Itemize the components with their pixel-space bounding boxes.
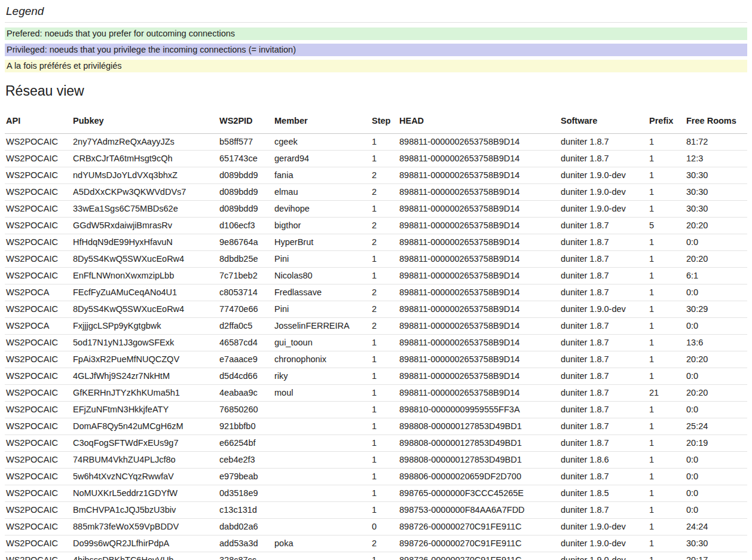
cell-prefix: 1: [648, 418, 685, 435]
cell-prefix: 1: [648, 452, 685, 469]
cell-free-rooms: 30:30: [685, 167, 747, 184]
cell-member: [273, 452, 371, 469]
cell-ws2pid: e66254bf: [218, 435, 273, 452]
cell-api: WS2POCAIC: [5, 402, 72, 418]
table-row: WS2POCAICC3oqFogSFTWdFxEUs9g7e66254bf189…: [5, 435, 747, 452]
cell-head: 898811-0000002653758B9D14: [398, 234, 560, 251]
cell-member: HyperBrut: [273, 234, 371, 251]
table-row: WS2POCAIC74RBUM4VkhZU4PLJcf8oceb4e2f3189…: [5, 452, 747, 469]
cell-step: 2: [371, 184, 398, 201]
cell-software: duniter 1.9.0-dev: [560, 201, 648, 218]
cell-ws2pid: 7c71beb2: [218, 268, 273, 284]
cell-ws2pid: b58ff577: [218, 134, 273, 151]
cell-prefix: 1: [648, 251, 685, 268]
cell-free-rooms: 25:24: [685, 418, 747, 435]
cell-software: duniter 1.8.7: [560, 368, 648, 385]
cell-free-rooms: 0:0: [685, 234, 747, 251]
cell-member: Fredlassave: [273, 284, 371, 301]
cell-head: 898806-00000020659DF2D700: [398, 469, 560, 485]
cell-ws2pid: c8053714: [218, 284, 273, 301]
cell-step: 2: [371, 301, 398, 318]
cell-free-rooms: 30:29: [685, 301, 747, 318]
table-row: WS2POCAICNoMUXKrL5eddrz1GDYfW0d3518e9189…: [5, 485, 747, 502]
cell-api: WS2POCAIC: [5, 485, 72, 502]
cell-ws2pid: d089bdd9: [218, 167, 273, 184]
cell-ws2pid: 9e86764a: [218, 234, 273, 251]
cell-ws2pid: ceb4e2f3: [218, 452, 273, 469]
cell-free-rooms: 0:0: [685, 284, 747, 301]
cell-member: poka: [273, 535, 371, 552]
cell-free-rooms: 20:20: [685, 385, 747, 402]
cell-head: 898726-000000270C91FE911C: [398, 519, 560, 535]
table-row: WS2POCAICHfHdqN9dE99HyxHfavuN9e86764aHyp…: [5, 234, 747, 251]
table-row: WS2POCAICA5DdXxCKPw3QKWVdDVs7d089bdd9elm…: [5, 184, 747, 201]
cell-head: 898811-0000002653758B9D14: [398, 385, 560, 402]
cell-free-rooms: 0:0: [685, 318, 747, 335]
cell-ws2pid: e7aaace9: [218, 351, 273, 368]
table-row: WS2POCAICBmCHVPA1cJQJ5bzU3bivc13c131d189…: [5, 502, 747, 519]
cell-api: WS2POCAIC: [5, 418, 72, 435]
cell-step: 1: [371, 402, 398, 418]
cell-free-rooms: 0:0: [685, 502, 747, 519]
cell-software: duniter 1.8.6: [560, 452, 648, 469]
cell-step: 1: [371, 469, 398, 485]
cell-head: 898811-0000002653758B9D14: [398, 301, 560, 318]
cell-head: 898726-000000270C91FE911C: [398, 535, 560, 552]
legend-item-prefered: Prefered: noeuds that you prefer for out…: [5, 27, 747, 40]
table-row: WS2POCAICEFjZuNFtmN3HkkjfeATY76850260189…: [5, 402, 747, 418]
cell-pubkey: 2ny7YAdmzReQxAayyJZs: [72, 134, 218, 151]
cell-step: 1: [371, 134, 398, 151]
cell-pubkey: HfHdqN9dE99HyxHfavuN: [72, 234, 218, 251]
cell-ws2pid: 76850260: [218, 402, 273, 418]
cell-software: duniter 1.9.0-dev: [560, 301, 648, 318]
cell-prefix: 1: [648, 301, 685, 318]
cell-api: WS2POCAIC: [5, 552, 72, 560]
cell-head: 898811-0000002653758B9D14: [398, 284, 560, 301]
column-header-software: Software: [560, 111, 648, 134]
cell-pubkey: GGdW5RxdaiwjiBmrasRv: [72, 218, 218, 234]
cell-step: 1: [371, 351, 398, 368]
cell-free-rooms: 20:19: [685, 435, 747, 452]
cell-software: duniter 1.8.7: [560, 335, 648, 351]
cell-pubkey: 5w6h4tXvzNCYqzRwwfaV: [72, 469, 218, 485]
cell-api: WS2POCAIC: [5, 435, 72, 452]
column-header-pubkey: Pubkey: [72, 111, 218, 134]
cell-pubkey: FEcfFyZuAMuCeqANo4U1: [72, 284, 218, 301]
cell-prefix: 21: [648, 385, 685, 402]
column-header-free-rooms: Free Rooms: [685, 111, 747, 134]
table-row: WS2POCAICDomAF8Qy5n42uMCgH6zM921bbfb0189…: [5, 418, 747, 435]
legend-title: Legend: [5, 5, 747, 23]
table-row: WS2POCAIC2ny7YAdmzReQxAayyJZsb58ff577cge…: [5, 134, 747, 151]
cell-prefix: 1: [648, 134, 685, 151]
cell-step: 0: [371, 519, 398, 535]
cell-pubkey: 885mk73feWoX59VpBDDV: [72, 519, 218, 535]
table-row: WS2POCAICDo99s6wQR2JLfhirPdpAadd53a3dpok…: [5, 535, 747, 552]
cell-ws2pid: d089bdd9: [218, 184, 273, 201]
cell-api: WS2POCAIC: [5, 385, 72, 402]
cell-step: 1: [371, 201, 398, 218]
cell-prefix: 1: [648, 268, 685, 284]
cell-ws2pid: add53a3d: [218, 535, 273, 552]
cell-software: duniter 1.8.7: [560, 251, 648, 268]
cell-software: duniter 1.8.5: [560, 485, 648, 502]
cell-ws2pid: 328c87cc: [218, 552, 273, 560]
table-row: WS2POCAIC5od17N1yN1J3gowSFExk46587cd4gui…: [5, 335, 747, 351]
cell-api: WS2POCAIC: [5, 452, 72, 469]
cell-api: WS2POCAIC: [5, 218, 72, 234]
cell-step: 1: [371, 552, 398, 560]
cell-member: riky: [273, 368, 371, 385]
cell-member: [273, 519, 371, 535]
table-row: WS2POCAICFpAi3xR2PueMfNUQCZQVe7aaace9chr…: [5, 351, 747, 368]
cell-prefix: 1: [648, 502, 685, 519]
cell-prefix: 1: [648, 335, 685, 351]
cell-head: 898811-0000002653758B9D14: [398, 184, 560, 201]
cell-free-rooms: 0:0: [685, 469, 747, 485]
cell-step: 1: [371, 268, 398, 284]
cell-pubkey: NoMUXKrL5eddrz1GDYfW: [72, 485, 218, 502]
cell-free-rooms: 13:6: [685, 335, 747, 351]
cell-prefix: 1: [648, 552, 685, 560]
table-row: WS2POCAFxjjjgcLSPp9yKgtgbwkd2ffa0c5Josse…: [5, 318, 747, 335]
cell-software: duniter 1.9.0-dev: [560, 167, 648, 184]
cell-step: 1: [371, 368, 398, 385]
legend-section: Legend Prefered: noeuds that you prefer …: [5, 5, 747, 72]
